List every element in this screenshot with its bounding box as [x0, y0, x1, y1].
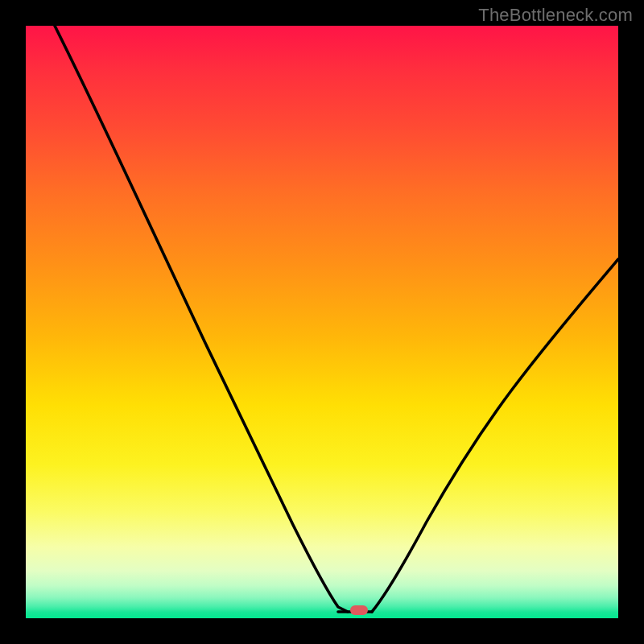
optimum-marker [350, 605, 368, 615]
bottleneck-curve [26, 26, 618, 618]
chart-frame: TheBottleneck.com [0, 0, 644, 644]
watermark-text: TheBottleneck.com [478, 5, 633, 26]
plot-area [26, 26, 618, 618]
